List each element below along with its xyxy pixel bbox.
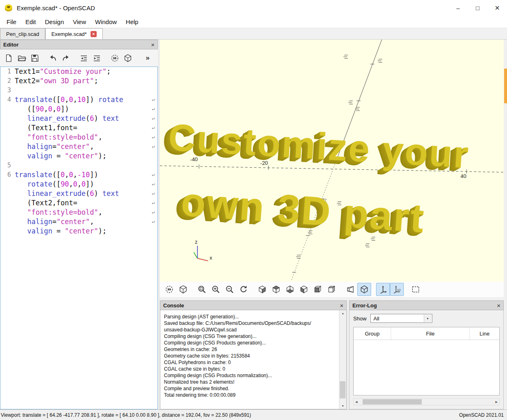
- scrollbar-thumb[interactable]: [363, 399, 422, 404]
- viewport-toolbar: 10: [160, 282, 504, 297]
- view-left-icon: [299, 285, 308, 294]
- line-number: 6: [0, 170, 15, 180]
- line-number: [0, 208, 15, 217]
- code-line[interactable]: "font:style=bold",↩: [0, 133, 157, 142]
- code-line[interactable]: linear_extrude(6) text↩: [0, 189, 157, 198]
- code-text: linear_extrude(6) text: [15, 189, 119, 198]
- reset-view-button[interactable]: [237, 283, 250, 296]
- view-bottom-button[interactable]: [283, 283, 297, 296]
- close-icon: ×: [495, 3, 500, 13]
- column-header-file[interactable]: File: [391, 327, 470, 340]
- code-text: halign="center",: [15, 217, 94, 227]
- perspective-button[interactable]: [343, 283, 357, 296]
- code-line[interactable]: (Text2,font=↩: [0, 198, 157, 208]
- new-file-button[interactable]: [2, 52, 15, 64]
- menu-design[interactable]: Design: [40, 17, 69, 27]
- code-line[interactable]: 2Text2="own 3D part";: [0, 76, 157, 86]
- view-back-icon: [327, 285, 336, 294]
- column-header-group[interactable]: Group: [354, 327, 391, 340]
- preview-button[interactable]: [108, 52, 121, 64]
- code-line[interactable]: 6translate([0,0,-10])↩: [0, 170, 157, 180]
- save-button[interactable]: [28, 52, 41, 64]
- scroll-right-icon[interactable]: ▶: [496, 400, 498, 404]
- menu-view[interactable]: View: [69, 17, 91, 27]
- orthogonal-button[interactable]: [357, 283, 371, 296]
- viewport-status-text: Viewport: translate = [ 64.26 -417.77 20…: [1, 412, 251, 418]
- show-scale-icon: 10: [392, 285, 401, 294]
- scroll-down-icon[interactable]: ▼: [339, 403, 346, 409]
- console-panel: Console × Parsing design (AST generation…: [160, 300, 347, 409]
- wrap-marker-icon: ↩: [152, 170, 155, 180]
- render-button[interactable]: [176, 283, 190, 296]
- menu-window[interactable]: Window: [91, 17, 121, 27]
- viewport-column: -40 -20 40 z x Customize your own 3D par…: [160, 40, 507, 409]
- scrollbar-thumb[interactable]: [340, 381, 345, 398]
- preview-button[interactable]: [162, 283, 176, 296]
- view-top-button[interactable]: [269, 283, 283, 296]
- code-line[interactable]: linear_extrude(6) text↩: [0, 114, 157, 123]
- view-front-button[interactable]: [311, 283, 325, 296]
- view-right-button[interactable]: [255, 283, 269, 296]
- code-line[interactable]: ([90,0,0])↩: [0, 104, 157, 114]
- menu-help[interactable]: Help: [121, 17, 143, 27]
- tab-pen-clip[interactable]: Pen_clip.scad: [0, 28, 45, 39]
- code-line[interactable]: valign = "center");: [0, 227, 157, 236]
- undo-button[interactable]: [46, 52, 59, 64]
- code-text: valign = "center");: [15, 227, 106, 236]
- indent-button[interactable]: [90, 52, 103, 64]
- code-line[interactable]: 5: [0, 161, 157, 170]
- error-log-panel: Error-Log × Show All ▾ Group Fil: [349, 300, 504, 409]
- tab-close-icon[interactable]: ×: [91, 31, 97, 37]
- menu-file[interactable]: File: [2, 17, 21, 27]
- show-scale-button[interactable]: 10: [390, 283, 404, 296]
- show-axes-button[interactable]: [376, 283, 390, 296]
- console-output[interactable]: Parsing design (AST generation)...Saved …: [160, 310, 347, 409]
- error-log-hscrollbar[interactable]: ◀ ▶: [353, 398, 500, 405]
- close-icon[interactable]: ×: [340, 302, 343, 309]
- scroll-left-icon[interactable]: ◀: [355, 400, 357, 404]
- close-button[interactable]: ×: [487, 0, 507, 16]
- view-left-button[interactable]: [297, 283, 311, 296]
- zoom-out-button[interactable]: [223, 283, 237, 296]
- maximize-button[interactable]: □: [468, 0, 487, 16]
- unindent-button[interactable]: [77, 52, 90, 64]
- code-line[interactable]: halign="center",↩: [0, 142, 157, 151]
- console-line: Compiling design (CSG Products normaliza…: [164, 372, 336, 379]
- tab-exemple[interactable]: Exemple.scad* ×: [45, 28, 103, 39]
- error-filter-select[interactable]: All ▾: [370, 314, 432, 323]
- menu-edit[interactable]: Edit: [21, 17, 40, 27]
- overflow-button[interactable]: »: [141, 52, 154, 64]
- code-line[interactable]: 1Text1="Customize your";: [0, 67, 157, 76]
- close-icon[interactable]: ×: [151, 42, 155, 48]
- perspective-icon: [346, 285, 355, 294]
- code-line[interactable]: rotate([90,0,0])↩: [0, 180, 157, 189]
- zoom-all-icon: [197, 285, 206, 294]
- 3d-viewport[interactable]: -40 -20 40 z x Customize your own 3D par…: [160, 40, 504, 282]
- console-scrollbar[interactable]: ▲ ▼: [339, 310, 346, 409]
- code-line[interactable]: 4translate([0,0,10]) rotate↩: [0, 95, 157, 104]
- render-button[interactable]: [121, 52, 134, 64]
- code-text: translate([0,0,10]) rotate: [15, 95, 123, 104]
- scroll-up-icon[interactable]: ▲: [339, 310, 346, 316]
- code-line[interactable]: valign = "center");: [0, 151, 157, 161]
- line-number: [0, 123, 15, 133]
- code-line[interactable]: halign="center",↩: [0, 217, 157, 227]
- zoom-all-button[interactable]: [195, 283, 209, 296]
- minimize-button[interactable]: –: [448, 0, 468, 16]
- code-editor[interactable]: 1Text1="Customize your";2Text2="own 3D p…: [0, 67, 158, 409]
- code-line[interactable]: (Text1,font=↩: [0, 123, 157, 133]
- view-back-button[interactable]: [325, 283, 339, 296]
- code-line[interactable]: "font:style=bold",↩: [0, 208, 157, 217]
- code-text: valign = "center");: [15, 151, 106, 161]
- open-file-button[interactable]: [15, 52, 28, 64]
- close-icon[interactable]: ×: [497, 302, 500, 309]
- column-header-line[interactable]: Line: [470, 327, 499, 340]
- console-line: Normalized tree has 2 elements!: [164, 379, 336, 385]
- dropdown-arrow-icon[interactable]: ▾: [424, 315, 432, 322]
- view-all-button[interactable]: [409, 283, 423, 296]
- unindent-icon: [80, 54, 88, 62]
- redo-button[interactable]: [59, 52, 72, 64]
- editor-panel: Editor × » 1Text1="Customize your";2Text…: [0, 40, 158, 409]
- code-line[interactable]: 3: [0, 86, 157, 95]
- zoom-in-button[interactable]: [209, 283, 223, 296]
